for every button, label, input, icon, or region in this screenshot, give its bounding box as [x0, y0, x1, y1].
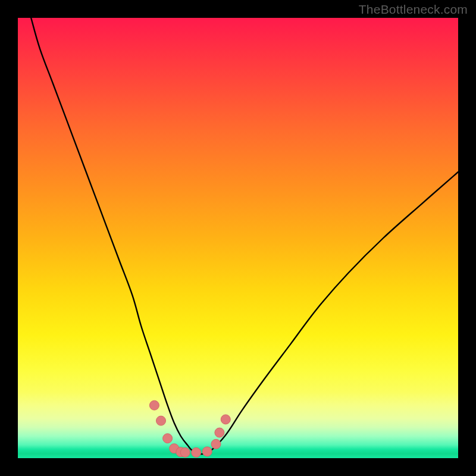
bottleneck-curve	[31, 18, 458, 454]
watermark-text: TheBottleneck.com	[359, 2, 468, 17]
chart-stage: TheBottleneck.com	[0, 0, 476, 476]
curve-marker	[221, 415, 230, 424]
curve-marker	[202, 447, 212, 456]
curve-marker	[180, 447, 190, 457]
curve-marker	[215, 428, 224, 437]
curve-marker	[192, 447, 201, 457]
curve-marker	[156, 416, 166, 425]
curve-marker	[163, 434, 173, 443]
curve-marker	[149, 400, 159, 410]
plot-area	[18, 18, 458, 458]
curve-marker	[211, 439, 221, 449]
bottleneck-curve-svg	[18, 18, 458, 458]
